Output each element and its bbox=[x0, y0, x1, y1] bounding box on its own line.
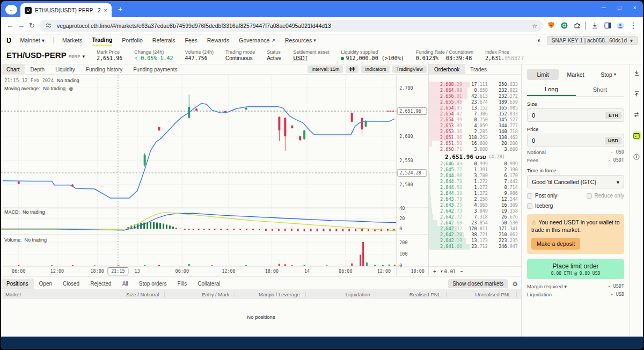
window-minimize-button[interactable]: ─ bbox=[602, 4, 606, 11]
url-bar[interactable]: vegaprotocol.eth.limo/#/markets/e63a37ed… bbox=[39, 20, 543, 32]
ask-row[interactable]: 2,655.4823.674189.659 bbox=[429, 99, 521, 105]
reload-button[interactable]: ↻ bbox=[29, 21, 35, 30]
site-settings-icon[interactable] bbox=[45, 21, 53, 30]
info-icon[interactable] bbox=[633, 152, 641, 161]
forward-button[interactable]: → bbox=[18, 21, 25, 30]
chart-tab-chart[interactable]: Chart bbox=[1, 64, 25, 75]
side-tab-long[interactable]: Long bbox=[527, 83, 576, 96]
back-button[interactable]: ← bbox=[6, 21, 13, 30]
nav-item-fees[interactable]: Fees bbox=[185, 34, 197, 46]
swap-panels-icon[interactable] bbox=[633, 111, 641, 119]
ask-row[interactable]: 2,654.9513.152165.985 bbox=[429, 105, 521, 111]
market-selector[interactable]: ETH/USD-PERP PERP ▾ bbox=[6, 50, 85, 60]
nav-item-portfolio[interactable]: Portfolio bbox=[122, 34, 143, 46]
metamask-extension-icon[interactable] bbox=[547, 21, 555, 30]
bid-row[interactable]: 2,644.381.2729.986 bbox=[429, 191, 521, 196]
chart-tab-depth[interactable]: Depth bbox=[25, 64, 50, 75]
bid-row[interactable]: 2,644.983.7806.170 bbox=[429, 173, 521, 179]
ask-row[interactable]: 2,654.427.306152.833 bbox=[429, 111, 521, 117]
bid-row[interactable]: 2,642.2038.721210.062 bbox=[429, 232, 521, 238]
ask-row[interactable]: 2,653.894.059144.777 bbox=[429, 123, 521, 129]
new-tab-button[interactable]: + bbox=[118, 5, 122, 13]
nav-item-resources[interactable]: Resources▾ bbox=[285, 34, 316, 46]
bottom-tab-closed[interactable]: Closed bbox=[57, 279, 85, 289]
bid-row[interactable]: 2,642.727.31826.676 bbox=[429, 214, 521, 220]
bid-row[interactable]: 2,642.733.04919.358 bbox=[429, 208, 521, 214]
ask-row[interactable]: 2,651.96118.263138.463 bbox=[429, 135, 521, 141]
extensions-puzzle-icon[interactable] bbox=[573, 21, 581, 30]
ask-row[interactable]: 2,656.0142.613232.272 bbox=[429, 93, 521, 99]
bottom-tab-rejected[interactable]: Rejected bbox=[85, 279, 116, 289]
post-only-checkbox[interactable]: Post only bbox=[527, 193, 557, 199]
nav-item-governance[interactable]: Governance↗ bbox=[239, 34, 275, 46]
bottom-tab-open[interactable]: Open bbox=[34, 279, 57, 289]
browser-tab[interactable]: Ʋ ETH/USD(USDT)-PERP - 2,651.9 × bbox=[20, 3, 112, 17]
bottom-tab-fills[interactable]: Fills bbox=[172, 279, 192, 289]
tif-select[interactable]: Good 'til Cancelled (GTC) ▾ bbox=[527, 175, 624, 188]
price-input[interactable] bbox=[532, 137, 605, 144]
reduce-only-checkbox[interactable]: Reduce only bbox=[587, 193, 625, 199]
order-type-market[interactable]: Market bbox=[560, 69, 591, 80]
gear-icon[interactable]: ⚙ bbox=[512, 280, 518, 288]
extension-green-icon[interactable] bbox=[560, 21, 568, 30]
bottom-tab-positions[interactable]: Positions bbox=[1, 279, 34, 289]
order-type-stop[interactable]: Stop▾ bbox=[592, 69, 624, 80]
theme-toggle-icon[interactable]: ◐ bbox=[538, 37, 541, 44]
margin-required-row[interactable]: Margin required ▾ - USDT bbox=[527, 283, 624, 289]
bookmark-star-icon[interactable]: ☆ bbox=[532, 23, 537, 29]
nav-item-rewards[interactable]: Rewards bbox=[207, 34, 229, 46]
tradingview-button[interactable]: TradingView bbox=[392, 65, 427, 73]
remove-indicator-icon[interactable]: ⊗ bbox=[69, 85, 73, 93]
downloads-icon[interactable] bbox=[590, 21, 599, 30]
order-type-limit[interactable]: Limit bbox=[527, 69, 559, 80]
collapse-down-icon[interactable] bbox=[633, 69, 641, 77]
indicators-button[interactable]: Indicators bbox=[361, 65, 390, 73]
url-text[interactable]: vegaprotocol.eth.limo/#/markets/e63a37ed… bbox=[57, 23, 529, 29]
resolution-decrease-button[interactable]: − bbox=[460, 268, 464, 274]
resolution-selector[interactable]: ▾ 0.01 bbox=[441, 269, 456, 274]
side-panel-icon[interactable] bbox=[603, 21, 612, 30]
price-chart[interactable]: 2,7002,6002,5502,5004020020010002,651.96… bbox=[1, 75, 428, 276]
place-order-button[interactable]: Place limit order 0.00 ETH @ 0.00 USD bbox=[527, 259, 624, 279]
bid-row[interactable]: 2,646.430.9990.999 bbox=[429, 161, 521, 167]
bid-row[interactable]: 2,642.1913.173223.235 bbox=[429, 238, 521, 244]
bid-row[interactable]: 2,644.781.2727.442 bbox=[429, 179, 521, 185]
iceberg-checkbox[interactable]: Iceberg bbox=[527, 203, 553, 209]
size-field[interactable]: ETH bbox=[527, 108, 624, 122]
interval-button[interactable]: Interval: 15m bbox=[308, 65, 343, 73]
price-field[interactable]: USD bbox=[527, 134, 624, 147]
network-selector[interactable]: Mainnet▾ bbox=[20, 34, 45, 46]
window-restore-button[interactable]: □ bbox=[618, 4, 621, 11]
book-tab-trades[interactable]: Trades bbox=[465, 64, 492, 75]
bid-row[interactable]: 2,645.771.3912.390 bbox=[429, 167, 521, 173]
bid-row[interactable]: 2,643.782.25812.244 bbox=[429, 196, 521, 202]
ask-row[interactable]: 2,650.713.6003.600 bbox=[429, 147, 521, 152]
profile-avatar[interactable] bbox=[616, 21, 625, 30]
window-close-button[interactable]: × bbox=[633, 4, 636, 11]
collapse-up-icon[interactable] bbox=[633, 90, 641, 98]
bid-row[interactable]: 2,642.6023.85450.530 bbox=[429, 220, 521, 226]
bid-row[interactable]: 2,641.6623.712246.947 bbox=[429, 244, 521, 250]
chart-type-button[interactable] bbox=[346, 65, 358, 73]
bid-row[interactable]: 2,644.581.2728.714 bbox=[429, 185, 521, 191]
size-input[interactable] bbox=[532, 112, 605, 119]
ask-row[interactable]: 2,654.390.750145.527 bbox=[429, 117, 521, 123]
chart-tab-liquidity[interactable]: Liquidity bbox=[50, 64, 80, 75]
nav-item-markets[interactable]: Markets bbox=[62, 34, 82, 46]
tab-search-button[interactable]: ⌄ bbox=[5, 5, 17, 14]
resolution-increase-button[interactable]: + bbox=[433, 268, 436, 274]
chart-tab-funding-history[interactable]: Funding history bbox=[80, 64, 128, 75]
browser-menu-icon[interactable]: ⋮ bbox=[629, 20, 638, 31]
bottom-tab-all[interactable]: All bbox=[117, 279, 134, 289]
chart-tab-funding-payments[interactable]: Funding payments bbox=[128, 64, 182, 75]
show-closed-markets-button[interactable]: Show closed markets bbox=[448, 279, 508, 288]
make-deposit-button[interactable]: Make a deposit bbox=[531, 238, 580, 250]
book-tab-orderbook[interactable]: Orderbook bbox=[429, 64, 465, 75]
ask-row[interactable]: 2,651.5016.60020.200 bbox=[429, 141, 521, 147]
bottom-tab-stop-orders[interactable]: Stop orders bbox=[134, 279, 172, 289]
bottom-tab-collateral[interactable]: Collateral bbox=[192, 279, 225, 289]
nav-item-trading[interactable]: Trading bbox=[92, 34, 112, 46]
bid-row[interactable]: 2,643.254.06516.309 bbox=[429, 202, 521, 208]
ask-row[interactable]: 2,664.980.650232.922 bbox=[429, 88, 521, 93]
bid-row[interactable]: 2,642.32120.811171.341 bbox=[429, 226, 521, 232]
